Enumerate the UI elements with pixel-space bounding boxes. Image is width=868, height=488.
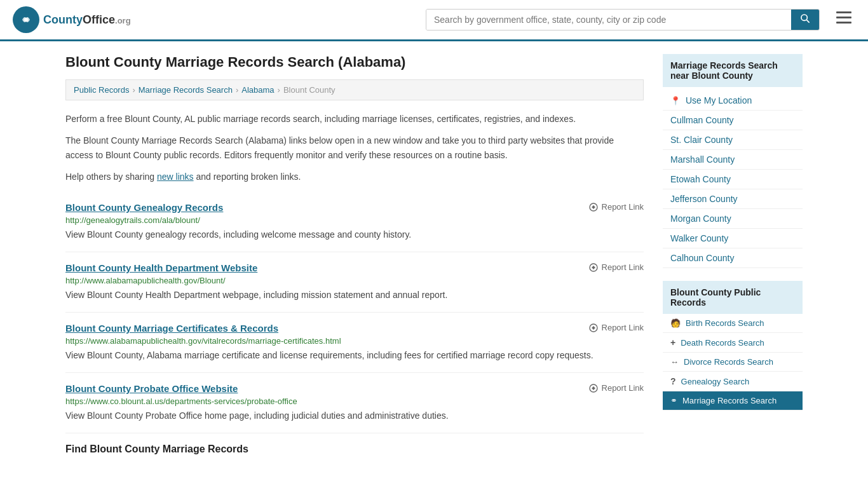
find-heading: Find Blount County Marriage Records bbox=[65, 444, 644, 458]
breadcrumb-public-records[interactable]: Public Records bbox=[74, 85, 129, 95]
report-link-1[interactable]: Report Link bbox=[588, 202, 644, 212]
description-1: Perform a free Blount County, AL public … bbox=[65, 112, 644, 126]
sidebar-county-etowah[interactable]: Etowah County bbox=[663, 170, 803, 189]
report-label-1: Report Link bbox=[602, 202, 644, 212]
birth-records-link[interactable]: Birth Records Search bbox=[686, 318, 764, 328]
content-area: Blount County Marriage Records Search (A… bbox=[65, 54, 644, 458]
sidebar-use-location[interactable]: 📍 Use My Location bbox=[663, 91, 803, 111]
person-icon: 🧑 bbox=[670, 318, 681, 328]
death-records-link[interactable]: Death Records Search bbox=[681, 338, 764, 348]
result-desc-3: View Blount County, Alabama marriage cer… bbox=[65, 349, 644, 362]
result-desc-2: View Blount County Health Department web… bbox=[65, 288, 644, 302]
cullman-county-link[interactable]: Cullman County bbox=[670, 115, 734, 125]
breadcrumb-blount-county: Blount County bbox=[283, 85, 336, 95]
result-title-2[interactable]: Blount County Health Department Website bbox=[65, 262, 257, 273]
genealogy-search-link[interactable]: Genealogy Search bbox=[681, 377, 750, 386]
svg-point-2 bbox=[801, 15, 807, 20]
sidebar-public-records-header: Blount County Public Records bbox=[663, 281, 803, 314]
result-desc-1: View Blount County genealogy records, in… bbox=[65, 228, 644, 241]
logo-text: CountyOffice.org bbox=[43, 13, 131, 26]
results-list: Blount County Genealogy Records Report L… bbox=[65, 192, 644, 433]
result-item-4: Blount County Probate Office Website Rep… bbox=[65, 373, 644, 433]
logo-tld: .org bbox=[115, 16, 131, 25]
marriage-records-link[interactable]: Marriage Records Search bbox=[682, 396, 776, 405]
sidebar-divorce-records[interactable]: ↔ Divorce Records Search bbox=[663, 353, 803, 372]
sidebar-nearby-section: Marriage Records Search near Blount Coun… bbox=[663, 54, 803, 268]
location-icon: 📍 bbox=[670, 96, 681, 105]
description-3: Help others by sharing new links and rep… bbox=[65, 170, 644, 184]
use-location-link[interactable]: Use My Location bbox=[686, 95, 752, 105]
sidebar-birth-records[interactable]: 🧑 Birth Records Search bbox=[663, 314, 803, 333]
calhoun-county-link[interactable]: Calhoun County bbox=[670, 253, 734, 263]
sidebar-county-jefferson[interactable]: Jefferson County bbox=[663, 189, 803, 209]
svg-point-1 bbox=[24, 18, 28, 22]
jefferson-county-link[interactable]: Jefferson County bbox=[670, 194, 738, 204]
sidebar-county-calhoun[interactable]: Calhoun County bbox=[663, 248, 803, 268]
svg-rect-5 bbox=[836, 17, 851, 18]
breadcrumb-alabama[interactable]: Alabama bbox=[241, 85, 274, 95]
sidebar-county-morgan[interactable]: Morgan County bbox=[663, 209, 803, 229]
report-link-4[interactable]: Report Link bbox=[588, 383, 644, 393]
report-label-4: Report Link bbox=[602, 383, 644, 393]
sidebar-county-walker[interactable]: Walker County bbox=[663, 229, 803, 248]
cross-icon: + bbox=[670, 337, 675, 348]
result-item-3: Blount County Marriage Certificates & Re… bbox=[65, 313, 644, 373]
logo-county: County bbox=[43, 13, 83, 26]
sidebar-death-records[interactable]: + Death Records Search bbox=[663, 333, 803, 353]
result-item-1: Blount County Genealogy Records Report L… bbox=[65, 192, 644, 252]
search-input[interactable] bbox=[426, 10, 791, 30]
description-2: The Blount County Marriage Records Searc… bbox=[65, 133, 644, 162]
sidebar-county-marshall[interactable]: Marshall County bbox=[663, 150, 803, 170]
question-icon: ? bbox=[670, 376, 676, 386]
main-container: Blount County Marriage Records Search (A… bbox=[53, 41, 815, 470]
logo-icon bbox=[13, 6, 39, 33]
sidebar-marriage-records[interactable]: ⚭ Marriage Records Search bbox=[663, 391, 803, 410]
breadcrumb-marriage-records[interactable]: Marriage Records Search bbox=[139, 85, 233, 95]
result-item-2: Blount County Health Department Website … bbox=[65, 252, 644, 313]
arrows-icon: ↔ bbox=[670, 357, 679, 367]
svg-rect-4 bbox=[836, 11, 851, 13]
sidebar-genealogy-search[interactable]: ? Genealogy Search bbox=[663, 372, 803, 391]
report-label-2: Report Link bbox=[602, 262, 644, 272]
result-desc-4: View Blount County Probate Office home p… bbox=[65, 409, 644, 423]
sidebar-public-records-section: Blount County Public Records 🧑 Birth Rec… bbox=[663, 281, 803, 410]
logo[interactable]: CountyOffice.org bbox=[13, 6, 131, 33]
sidebar-county-stclair[interactable]: St. Clair County bbox=[663, 130, 803, 150]
morgan-county-link[interactable]: Morgan County bbox=[670, 214, 731, 224]
search-button[interactable] bbox=[791, 10, 819, 30]
logo-office: Office bbox=[83, 13, 115, 26]
report-label-3: Report Link bbox=[602, 323, 644, 332]
svg-rect-6 bbox=[836, 22, 851, 24]
svg-point-22 bbox=[592, 387, 595, 390]
svg-point-18 bbox=[592, 327, 595, 329]
sidebar-nearby-header: Marriage Records Search near Blount Coun… bbox=[663, 54, 803, 87]
result-url-2[interactable]: http://www.alabamapublichealth.gov/Bloun… bbox=[65, 276, 644, 285]
svg-point-14 bbox=[592, 266, 595, 269]
report-link-3[interactable]: Report Link bbox=[588, 323, 644, 333]
new-links-link[interactable]: new links bbox=[157, 172, 194, 182]
result-url-4[interactable]: https://www.co.blount.al.us/departments-… bbox=[65, 396, 644, 406]
svg-line-3 bbox=[806, 20, 810, 23]
search-bar bbox=[426, 9, 820, 30]
result-url-1[interactable]: http://genealogytrails.com/ala/blount/ bbox=[65, 215, 644, 225]
sidebar: Marriage Records Search near Blount Coun… bbox=[663, 54, 803, 458]
stclair-county-link[interactable]: St. Clair County bbox=[670, 135, 733, 145]
result-title-1[interactable]: Blount County Genealogy Records bbox=[65, 202, 223, 213]
breadcrumb: Public Records › Marriage Records Search… bbox=[65, 79, 644, 100]
header: CountyOffice.org bbox=[0, 0, 868, 41]
menu-button[interactable] bbox=[832, 8, 855, 32]
result-title-3[interactable]: Blount County Marriage Certificates & Re… bbox=[65, 323, 278, 334]
walker-county-link[interactable]: Walker County bbox=[670, 233, 728, 243]
sidebar-county-cullman[interactable]: Cullman County bbox=[663, 111, 803, 130]
page-title: Blount County Marriage Records Search (A… bbox=[65, 54, 644, 71]
marshall-county-link[interactable]: Marshall County bbox=[670, 154, 735, 165]
etowah-county-link[interactable]: Etowah County bbox=[670, 174, 731, 184]
divorce-records-link[interactable]: Divorce Records Search bbox=[684, 357, 773, 367]
heart-icon: ⚭ bbox=[670, 396, 677, 405]
result-url-3[interactable]: https://www.alabamapublichealth.gov/vita… bbox=[65, 336, 644, 346]
result-title-4[interactable]: Blount County Probate Office Website bbox=[65, 383, 238, 394]
svg-point-10 bbox=[592, 206, 595, 208]
report-link-2[interactable]: Report Link bbox=[588, 262, 644, 273]
